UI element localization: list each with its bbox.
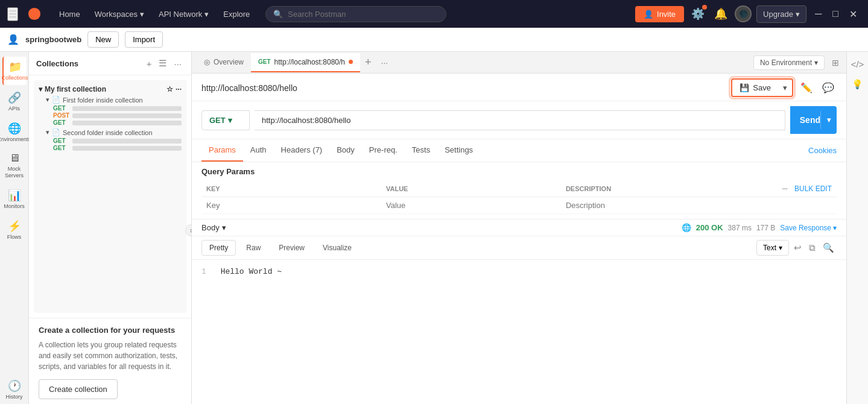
- response-format-selector[interactable]: Text ▾: [756, 240, 789, 256]
- request-url-display: http://localhost:8080/hello: [201, 83, 726, 93]
- bulk-edit-link[interactable]: Bulk Edit: [794, 185, 832, 193]
- create-collection-description: A collection lets you group related requ…: [39, 339, 182, 372]
- method-get-1: GET: [53, 105, 70, 112]
- body-chevron-icon[interactable]: ▾: [222, 223, 226, 232]
- search-input[interactable]: [288, 10, 439, 19]
- tab-body[interactable]: Body: [329, 139, 362, 162]
- tab-pre-req[interactable]: Pre-req.: [362, 139, 405, 162]
- add-tab-button[interactable]: +: [360, 55, 376, 70]
- folder-1[interactable]: ▾ 📄 First folder inside collection: [46, 96, 182, 104]
- method-selector[interactable]: GET ▾: [201, 110, 250, 130]
- flows-icon: ⚡: [8, 219, 21, 233]
- collection-name[interactable]: ▾ My first collection ☆ ···: [39, 85, 182, 93]
- filter-collections-button[interactable]: ☰: [156, 57, 169, 70]
- col-key-header: KEY: [201, 181, 381, 197]
- sidebar-item-history[interactable]: 🕐 History: [2, 376, 27, 404]
- tab-overview[interactable]: ◎ Overview: [197, 53, 251, 72]
- more-collections-button[interactable]: ···: [171, 57, 184, 70]
- save-group: 💾 Save ▾: [731, 78, 793, 97]
- wraplines-icon-button[interactable]: ↩: [791, 240, 804, 256]
- collection-more-icon[interactable]: ···: [176, 85, 182, 93]
- tab-params[interactable]: Params: [201, 139, 243, 162]
- resp-tab-preview[interactable]: Preview: [271, 240, 312, 256]
- request-4[interactable]: GET: [53, 137, 182, 144]
- key-input[interactable]: [206, 201, 376, 210]
- edit-request-button[interactable]: ✏️: [798, 80, 815, 96]
- col-more-header: ··· Bulk Edit: [741, 181, 837, 197]
- tab-settings[interactable]: Settings: [437, 139, 480, 162]
- invite-button[interactable]: 👤 Invite: [635, 6, 684, 22]
- folder-icon-1: 📄: [52, 96, 60, 104]
- value-input[interactable]: [386, 201, 556, 210]
- method-chevron-icon: ▾: [228, 116, 232, 125]
- sidebar-item-environments[interactable]: 🌐 Environments: [2, 118, 27, 147]
- settings-icon-button[interactable]: ⚙️: [689, 5, 707, 23]
- save-response-button[interactable]: Save Response ▾: [780, 224, 837, 232]
- create-collection-button[interactable]: Create collection: [39, 379, 118, 399]
- collection-star-icon[interactable]: ☆: [166, 85, 173, 93]
- notifications-icon-button[interactable]: 🔔: [712, 5, 730, 23]
- request-line-4: [72, 139, 182, 144]
- cookies-link[interactable]: Cookies: [808, 140, 837, 161]
- explore-link[interactable]: Explore: [217, 7, 256, 21]
- user-icon: 👤: [7, 34, 19, 45]
- params-more-icon[interactable]: ···: [782, 185, 788, 192]
- folder-2[interactable]: ▾ 📄 Second folder inside collection: [46, 128, 182, 136]
- resp-tab-raw[interactable]: Raw: [238, 240, 268, 256]
- line-number-1: 1: [201, 267, 206, 276]
- upgrade-button[interactable]: Upgrade ▾: [756, 5, 806, 23]
- tab-right-icons: ⊞: [829, 55, 841, 70]
- env-chevron-icon: ▾: [814, 58, 818, 67]
- tab-headers[interactable]: Headers (7): [274, 139, 330, 162]
- search-response-button[interactable]: 🔍: [820, 240, 837, 256]
- tab-tests[interactable]: Tests: [405, 139, 437, 162]
- sidebar-item-apis[interactable]: 🔗 APIs: [2, 87, 27, 116]
- save-dropdown-button[interactable]: ▾: [778, 80, 792, 96]
- workspaces-link[interactable]: Workspaces ▾: [89, 7, 150, 21]
- close-button[interactable]: ✕: [846, 7, 861, 21]
- response-body-label: Body ▾: [201, 223, 226, 232]
- search-bar[interactable]: 🔍: [265, 6, 446, 22]
- assistant-button[interactable]: 💡: [849, 77, 866, 92]
- topnav-right: 👤 Invite ⚙️ 🔔 🌑 Upgrade ▾ ─ □ ✕: [635, 5, 861, 23]
- collection-name-label: My first collection: [45, 85, 106, 93]
- request-area: http://localhost:8080/hello 💾 Save ▾ ✏️ …: [192, 74, 846, 101]
- avatar[interactable]: 🌑: [735, 5, 752, 22]
- code-view-button[interactable]: </>: [849, 57, 867, 72]
- home-link[interactable]: Home: [53, 7, 86, 21]
- request-2[interactable]: POST: [53, 112, 182, 119]
- sidebar-item-collections[interactable]: 📁 Collections: [2, 57, 27, 85]
- environment-selector[interactable]: No Environment ▾: [753, 55, 825, 70]
- maximize-button[interactable]: □: [829, 7, 842, 21]
- send-chevron-icon[interactable]: ▾: [820, 111, 837, 129]
- description-input[interactable]: [566, 201, 736, 210]
- sidebar-item-mock-servers[interactable]: 🖥 Mock Servers: [2, 148, 27, 183]
- copy-response-button[interactable]: ⧉: [806, 240, 818, 256]
- request-3[interactable]: GET: [53, 119, 182, 126]
- resp-tab-visualize[interactable]: Visualize: [315, 240, 360, 256]
- more-tabs-button[interactable]: ···: [376, 57, 393, 69]
- request-5[interactable]: GET: [53, 145, 182, 151]
- new-button[interactable]: New: [87, 31, 119, 48]
- menu-icon[interactable]: ☰: [7, 7, 18, 21]
- col-value-header: VALUE: [381, 181, 561, 197]
- import-button[interactable]: Import: [125, 31, 163, 48]
- grid-view-icon-button[interactable]: ⊞: [829, 55, 841, 70]
- folder-expand-icon-2: ▾: [46, 128, 49, 136]
- sidebar-item-monitors[interactable]: 📊 Monitors: [2, 185, 27, 213]
- add-collection-button[interactable]: +: [144, 57, 154, 70]
- send-button[interactable]: Send ▾: [790, 106, 837, 134]
- request-line-5: [72, 146, 182, 151]
- resp-tab-pretty[interactable]: Pretty: [201, 240, 236, 256]
- api-network-link[interactable]: API Network ▾: [153, 7, 215, 21]
- url-input[interactable]: [255, 110, 785, 130]
- topnav-links: Home Workspaces ▾ API Network ▾ Explore: [53, 7, 256, 21]
- tab-request[interactable]: GET http://localhost:8080/h: [251, 53, 360, 72]
- tab-auth[interactable]: Auth: [243, 139, 274, 162]
- comment-button[interactable]: 💬: [820, 80, 837, 96]
- request-1[interactable]: GET: [53, 105, 182, 112]
- params-area: Query Params KEY VALUE DESCRIPTION ··· B…: [192, 162, 846, 219]
- minimize-button[interactable]: ─: [811, 7, 825, 21]
- sidebar-item-flows[interactable]: ⚡ Flows: [2, 216, 27, 244]
- save-button[interactable]: 💾 Save: [732, 80, 778, 96]
